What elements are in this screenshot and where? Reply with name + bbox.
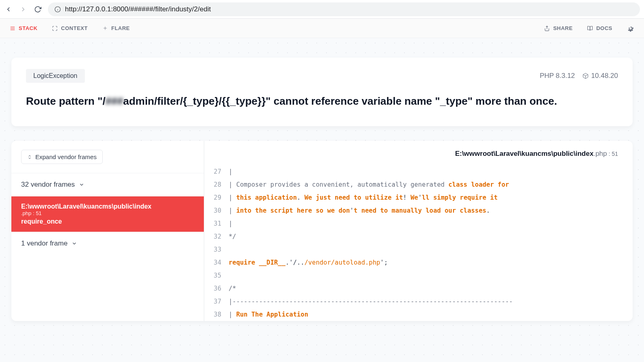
ignition-topnav: STACK CONTEXT FLARE SHARE DOCS <box>0 19 644 38</box>
expand-vendor-frames-button[interactable]: Expand vendor frames <box>21 150 103 164</box>
code-line: 30| into the script here so we don't nee… <box>204 204 633 217</box>
php-version: PHP 8.3.12 <box>540 72 575 80</box>
error-card: LogicException PHP 8.3.12 10.48.20 Route… <box>11 58 633 126</box>
laravel-version: 10.48.20 <box>582 72 618 80</box>
code-line: 32*/ <box>204 230 633 243</box>
tab-context[interactable]: CONTEXT <box>52 25 88 31</box>
expand-icon <box>27 155 32 159</box>
docs-icon <box>587 26 593 31</box>
vendor-frame-group-bottom[interactable]: 1 vendor frame <box>11 232 204 255</box>
code-line: 35 <box>204 269 633 282</box>
browser-toolbar: http://127.0.0.1:8000/######/filter/indu… <box>0 0 644 19</box>
laravel-icon <box>582 73 589 79</box>
info-icon <box>54 6 61 13</box>
share-button[interactable]: SHARE <box>544 25 573 31</box>
button-label: DOCS <box>596 25 612 31</box>
code-line: 34require __DIR__.'/../vendor/autoload.p… <box>204 256 633 269</box>
tab-label: FLARE <box>111 25 130 31</box>
stack-trace-card: Expand vendor frames 32 vendor frames E:… <box>11 141 633 321</box>
url-bar[interactable]: http://127.0.0.1:8000/######/filter/indu… <box>48 2 640 16</box>
file-path-header: E:\wwwroot\Laravel\kuancms\public\index.… <box>204 148 633 165</box>
tab-stack[interactable]: STACK <box>10 25 37 31</box>
code-line: 33 <box>204 243 633 256</box>
tab-label: CONTEXT <box>61 25 88 31</box>
exception-badge[interactable]: LogicException <box>26 69 85 83</box>
forward-button[interactable] <box>19 5 28 14</box>
reload-button[interactable] <box>33 5 42 14</box>
chevron-down-icon <box>79 182 84 187</box>
code-line: 29| this application. We just need to ut… <box>204 191 633 204</box>
tab-flare[interactable]: FLARE <box>102 25 130 31</box>
tab-label: STACK <box>19 25 37 31</box>
error-message: Route pattern "/###admin/filter/{_type}/… <box>26 94 618 108</box>
code-line: 36/* <box>204 282 633 295</box>
share-icon <box>544 26 550 31</box>
code-line: 38| Run The Application <box>204 308 633 321</box>
flare-icon <box>102 26 108 31</box>
context-icon <box>52 26 58 31</box>
stack-icon <box>10 26 15 31</box>
code-line: 37|-------------------------------------… <box>204 295 633 308</box>
code-panel: E:\wwwroot\Laravel\kuancms\public\index.… <box>204 141 633 321</box>
chevron-down-icon <box>71 241 77 246</box>
source-code: 27|28| Composer provides a convenient, a… <box>204 165 633 321</box>
code-line: 28| Composer provides a convenient, auto… <box>204 178 633 191</box>
stack-frame-selected[interactable]: E:\wwwroot\Laravel\kuancms\public\index … <box>11 196 204 232</box>
code-line: 31| <box>204 217 633 230</box>
button-label: SHARE <box>553 25 573 31</box>
vendor-frame-group-top[interactable]: 32 vendor frames <box>11 173 204 196</box>
ignition-page: STACK CONTEXT FLARE SHARE DOCS <box>0 19 644 362</box>
gear-icon[interactable] <box>627 25 634 32</box>
back-button[interactable] <box>4 5 13 14</box>
version-meta: PHP 8.3.12 10.48.20 <box>540 72 618 80</box>
url-text: http://127.0.0.1:8000/######/filter/indu… <box>65 5 211 13</box>
stack-frame-list: Expand vendor frames 32 vendor frames E:… <box>11 141 204 321</box>
docs-button[interactable]: DOCS <box>587 25 612 31</box>
code-line: 27| <box>204 165 633 178</box>
